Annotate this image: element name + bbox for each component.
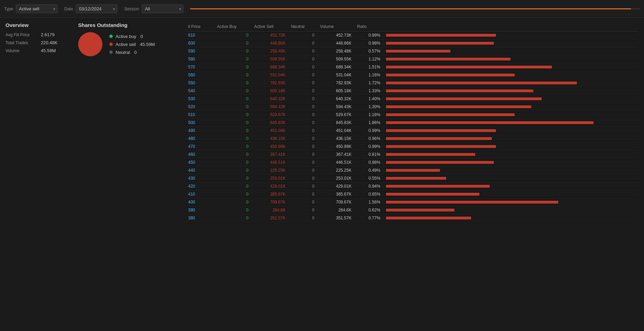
cell-bar: [383, 214, 638, 222]
cell-price: 540: [185, 87, 214, 95]
cell-price: 490: [185, 127, 214, 135]
cell-ratio: 0.49%: [354, 167, 383, 174]
bar-fill: [386, 153, 475, 156]
header-price: ll Price: [185, 22, 214, 31]
bar-container: [386, 152, 636, 157]
shares-section: Shares Outstanding Active buy 0 Active s…: [78, 22, 175, 222]
cell-ratio: 1.16%: [354, 111, 383, 119]
bar-fill: [386, 161, 494, 164]
cell-active-buy: 0: [214, 87, 251, 95]
progress-bar: [190, 8, 640, 9]
type-select-wrapper[interactable]: Active sell Active buy Neutral: [16, 4, 57, 13]
table-row: 410 0 385.67K 0 385.67K 0.85%: [185, 190, 638, 198]
cell-ratio: 0.81%: [354, 151, 383, 159]
cell-ratio: 0.62%: [354, 206, 383, 214]
cell-neutral: 0: [288, 174, 317, 182]
date-select[interactable]: 03/12/2024: [76, 4, 117, 13]
cell-price: 560: [185, 71, 214, 79]
table-wrapper[interactable]: ll Price Active Buy Active Sell Neutral …: [185, 22, 638, 222]
cell-volume: 452.73K: [317, 31, 354, 39]
cell-price: 480: [185, 135, 214, 143]
cell-volume: 529.67K: [317, 111, 354, 119]
cell-volume: 845.83K: [317, 119, 354, 127]
bar-container: [386, 65, 636, 69]
cell-active-sell: 605.18K: [251, 87, 288, 95]
cell-volume: 709.67K: [317, 198, 354, 206]
header-neutral: Neutral: [288, 22, 317, 31]
cell-active-sell: 452.73K: [251, 31, 288, 39]
cell-active-sell: 436.15K: [251, 135, 288, 143]
date-select-wrapper[interactable]: 03/12/2024: [76, 4, 117, 13]
type-select[interactable]: Active sell Active buy Neutral: [16, 4, 57, 13]
header-bar: [383, 22, 638, 31]
cell-ratio: 1.12%: [354, 55, 383, 63]
cell-price: 410: [185, 190, 214, 198]
cell-active-buy: 0: [214, 159, 251, 167]
cell-bar: [383, 95, 638, 103]
table-row: 490 0 451.04K 0 451.04K 0.99%: [185, 127, 638, 135]
bar-fill: [386, 42, 494, 45]
cell-ratio: 1.51%: [354, 63, 383, 71]
bar-container: [386, 96, 636, 101]
bar-fill: [386, 121, 594, 124]
session-select-wrapper[interactable]: All Pre-market Regular After-hours: [142, 4, 183, 13]
cell-active-buy: 0: [214, 31, 251, 39]
table-row: 390 0 284.6K 0 284.6K 0.62%: [185, 206, 638, 214]
cell-neutral: 0: [288, 127, 317, 135]
cell-neutral: 0: [288, 151, 317, 159]
cell-price: 590: [185, 47, 214, 55]
cell-active-sell: 782.93K: [251, 79, 288, 87]
cell-ratio: 0.98%: [354, 159, 383, 167]
legend-active-sell: Active sell 45.59M: [109, 42, 155, 47]
top-bar: Type Active sell Active buy Neutral Date…: [0, 0, 644, 18]
cell-active-sell: 688.34K: [251, 63, 288, 71]
table-row: 580 0 509.55K 0 509.55K 1.12%: [185, 55, 638, 63]
neutral-dot: [109, 50, 113, 54]
bar-fill: [386, 58, 510, 60]
cell-volume: 448.86K: [317, 39, 354, 47]
data-table: ll Price Active Buy Active Sell Neutral …: [185, 22, 638, 222]
bar-fill: [386, 169, 440, 172]
active-buy-dot: [109, 35, 113, 38]
bar-fill: [386, 66, 552, 68]
bar-container: [386, 33, 636, 38]
bar-fill: [386, 82, 577, 84]
cell-bar: [383, 143, 638, 151]
cell-price: 510: [185, 111, 214, 119]
cell-neutral: 0: [288, 71, 317, 79]
cell-active-buy: 0: [214, 71, 251, 79]
type-label: Type: [4, 7, 13, 11]
cell-active-sell: 284.6K: [251, 206, 288, 214]
cell-ratio: 0.96%: [354, 135, 383, 143]
table-row: 560 0 531.04K 0 531.04K 1.16%: [185, 71, 638, 79]
table-row: 400 0 709.67K 0 709.67K 1.56%: [185, 198, 638, 206]
cell-active-buy: 0: [214, 127, 251, 135]
volume-label: Volume: [6, 48, 37, 53]
bar-fill: [386, 105, 531, 108]
donut-container: Active buy 0 Active sell 45.59M Neutral …: [78, 32, 175, 56]
cell-ratio: 0.77%: [354, 214, 383, 222]
header-ratio: Ratio: [354, 22, 383, 31]
bar-container: [386, 88, 636, 93]
cell-neutral: 0: [288, 167, 317, 174]
cell-neutral: 0: [288, 214, 317, 222]
cell-bar: [383, 206, 638, 214]
cell-ratio: 0.99%: [354, 31, 383, 39]
cell-neutral: 0: [288, 55, 317, 63]
cell-volume: 258.48K: [317, 47, 354, 55]
cell-price: 530: [185, 95, 214, 103]
donut-chart: [78, 32, 102, 56]
type-control: Type Active sell Active buy Neutral: [4, 4, 57, 13]
session-control: Session All Pre-market Regular After-hou…: [124, 4, 183, 13]
neutral-label: Neutral: [116, 50, 130, 55]
cell-bar: [383, 151, 638, 159]
cell-volume: 446.51K: [317, 159, 354, 167]
table-row: 420 0 429.01K 0 429.01K 0.94%: [185, 182, 638, 190]
table-row: 460 0 367.41K 0 367.41K 0.81%: [185, 151, 638, 159]
cell-neutral: 0: [288, 47, 317, 55]
table-row: 610 0 452.73K 0 452.73K 0.99%: [185, 31, 638, 39]
session-select[interactable]: All Pre-market Regular After-hours: [142, 4, 183, 13]
table-row: 590 0 258.48K 0 258.48K 0.57%: [185, 47, 638, 55]
progress-fill: [190, 8, 631, 9]
cell-volume: 509.55K: [317, 55, 354, 63]
